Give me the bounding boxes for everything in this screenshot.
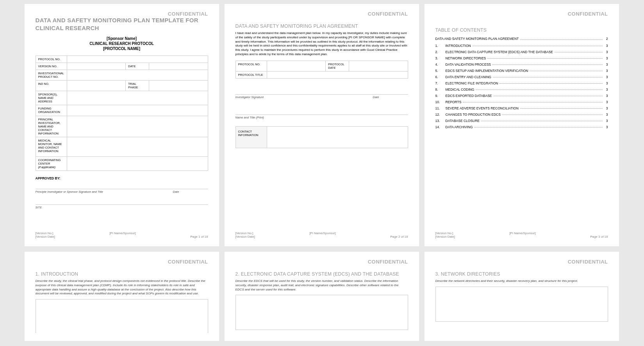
toc-page: 3: [604, 50, 608, 54]
toc-row[interactable]: 8.MEDICAL CODING3: [435, 88, 608, 91]
toc-label: CHANGES TO PRODUCTION EDCS: [446, 113, 501, 117]
pages-container: CONFIDENTIAL DATA AND SAFETY MONITORING …: [25, 4, 620, 341]
toc-dots: [493, 77, 603, 77]
confidential-stamp: CONFIDENTIAL: [168, 11, 208, 17]
toc-num: 11.: [435, 106, 446, 110]
row-protocol-no: PROTOCOL NO.: [235, 61, 267, 71]
row-sponsors: SPONSOR(S), NAME AND ADDRESS: [36, 91, 67, 105]
row-protocol-no: PROTOCOL NO.: [36, 56, 67, 63]
row-ind-no: IND NO.: [36, 81, 67, 91]
page-1: CONFIDENTIAL DATA AND SAFETY MONITORING …: [25, 4, 219, 246]
toc-row[interactable]: 9.EDCS EXPORTED DATABASE3: [435, 94, 608, 98]
toc-row[interactable]: 1.INTRODUCTION3: [435, 44, 608, 48]
toc-page: 3: [604, 94, 608, 98]
toc-num: 14.: [435, 125, 446, 129]
confidential-stamp: CONFIDENTIAL: [568, 11, 608, 17]
confidential-stamp: CONFIDENTIAL: [568, 259, 608, 265]
sig1-right: Date: [173, 190, 208, 194]
toc-num: 12.: [435, 113, 446, 117]
toc-label: SEVERE ADVERSE EVENTS RECONCILIATION: [446, 106, 519, 110]
cell[interactable]: [67, 91, 208, 105]
toc-label: REPORTS: [446, 100, 462, 104]
network-content-box[interactable]: [435, 287, 608, 322]
toc-label: ELECTRONIC DATA CAPTURE SYSTEM (EDCS) AN…: [446, 50, 553, 54]
toc-dots: [481, 121, 602, 121]
row-medical: MEDICAL MONITOR, NAME AND CONTACT INFORM…: [36, 137, 67, 157]
signature-investigator[interactable]: Investigator Signature Date: [235, 94, 408, 99]
cell[interactable]: [67, 63, 126, 70]
cell[interactable]: [67, 137, 208, 157]
toc-page: 3: [604, 106, 608, 110]
intro-content-box[interactable]: [36, 299, 208, 333]
row-date: DATE: [126, 63, 149, 70]
edcs-heading: 2. ELECTRONIC DATA CAPTURE SYSTEM (EDCS)…: [235, 271, 408, 277]
toc-row[interactable]: 7.ELECTRONIC FILE INTEGRATION3: [435, 81, 608, 85]
row-pi: PRINCIPAL INVESTIGATOR, NAME AND CONTACT…: [36, 116, 67, 137]
page-3: CONFIDENTIAL TABLE OF CONTENTS DATA AND …: [425, 4, 619, 246]
info-table: PROTOCOL NO. VERSION NO.DATE INVESTIGATI…: [36, 56, 208, 171]
signature-line-1[interactable]: Principle Investigator or Sponsor Signat…: [36, 189, 208, 194]
toc-row[interactable]: 4.DATA VALIDATION PROCESS3: [435, 63, 608, 66]
toc-row[interactable]: 5.EDCS SETUP AND IMPLEMENTATION VERIFICA…: [435, 69, 608, 73]
toc-row[interactable]: 3.NETWORK DIRECTORIES3: [435, 56, 608, 60]
toc-dots: [530, 71, 602, 71]
toc-dots: [555, 52, 602, 52]
toc-page: 3: [604, 44, 608, 48]
page-footer: [Version No.][Version Date] [PI Name/Spo…: [36, 229, 208, 238]
cell[interactable]: [267, 61, 326, 71]
row-version-no: VERSION NO.: [36, 63, 67, 70]
cell[interactable]: [67, 116, 208, 137]
row-protocol-date: PROTOCOL DATE: [326, 61, 349, 71]
toc-dots: [473, 46, 603, 46]
contact-label: CONTACT INFORMATION: [235, 126, 267, 148]
toc-page: 3: [604, 63, 608, 66]
toc-row[interactable]: 10.REPORTS3: [435, 100, 608, 104]
toc-row[interactable]: 13.DATABASE CLOSURE3: [435, 119, 608, 123]
toc-row[interactable]: 12.CHANGES TO PRODUCTION EDCS3: [435, 113, 608, 117]
cell[interactable]: [349, 61, 408, 71]
cell[interactable]: [267, 71, 408, 78]
toc-page: 3: [604, 56, 608, 60]
signature-line-2[interactable]: SITE: [36, 204, 208, 209]
toc-num: 1.: [435, 44, 446, 48]
contact-cell[interactable]: [267, 126, 408, 148]
toc-first-row[interactable]: DATA AND SAFETY MONITORING PLAN AGREEMEN…: [435, 37, 608, 41]
cell[interactable]: [67, 157, 208, 171]
cell[interactable]: [149, 63, 208, 70]
cell[interactable]: [67, 81, 126, 91]
toc-page: 3: [604, 81, 608, 85]
toc-label: DATA ARCHIVING: [446, 125, 473, 129]
main-title: DATA AND SAFETY MONITORING PLAN TEMPLATE…: [36, 16, 208, 32]
confidential-stamp: CONFIDENTIAL: [168, 259, 208, 265]
cell[interactable]: [149, 81, 208, 91]
toc-label: NETWORK DIRECTORIES: [446, 56, 486, 60]
page-4: CONFIDENTIAL 1. INTRODUCTION Describe th…: [25, 252, 219, 341]
cell[interactable]: [67, 70, 208, 81]
toc-num: 7.: [435, 81, 446, 85]
row-protocol-title: PROTOCOL TITLE: [235, 71, 267, 78]
confidential-stamp: CONFIDENTIAL: [368, 259, 408, 265]
toc-page: 3: [604, 69, 608, 73]
protocol-name: [PROTOCOL NAME]: [36, 47, 208, 51]
toc-num: 9.: [435, 94, 446, 98]
toc-page: 3: [604, 113, 608, 117]
edcs-content-box[interactable]: [235, 295, 408, 330]
page-6: CONFIDENTIAL 3. NETWORK DIRECTORIES Desc…: [425, 252, 619, 341]
row-trial-phase: TRIAL PHASE: [126, 81, 149, 91]
toc-row[interactable]: 6.DATA ENTRY AND CLEANING3: [435, 75, 608, 79]
toc-row[interactable]: 2.ELECTRONIC DATA CAPTURE SYSTEM (EDCS) …: [435, 50, 608, 54]
toc-label: EDCS SETUP AND IMPLEMENTATION VERIFICATI…: [446, 69, 528, 73]
page-footer: [Version No.][Version Date] [PI Name/Spo…: [235, 229, 408, 238]
toc-num: 13.: [435, 119, 446, 123]
row-inv-product: INVESTIGATIONAL PRODUCT NO.: [36, 70, 67, 81]
edcs-body: Describe the EDCS that will be used for …: [235, 279, 408, 292]
toc-label: EDCS EXPORTED DATABASE: [446, 94, 492, 98]
confidential-stamp: CONFIDENTIAL: [368, 11, 408, 17]
cell[interactable]: [67, 56, 208, 63]
protocol-label: CLINICAL RESEARCH PROTOCOL: [36, 41, 208, 46]
toc-row[interactable]: 11.SEVERE ADVERSE EVENTS RECONCILIATION3: [435, 106, 608, 110]
toc-page: 3: [604, 119, 608, 123]
name-print-line[interactable]: Name and Title (Print): [235, 115, 408, 119]
cell[interactable]: [67, 105, 208, 116]
toc-row[interactable]: 14.DATA ARCHIVING3: [435, 125, 608, 129]
